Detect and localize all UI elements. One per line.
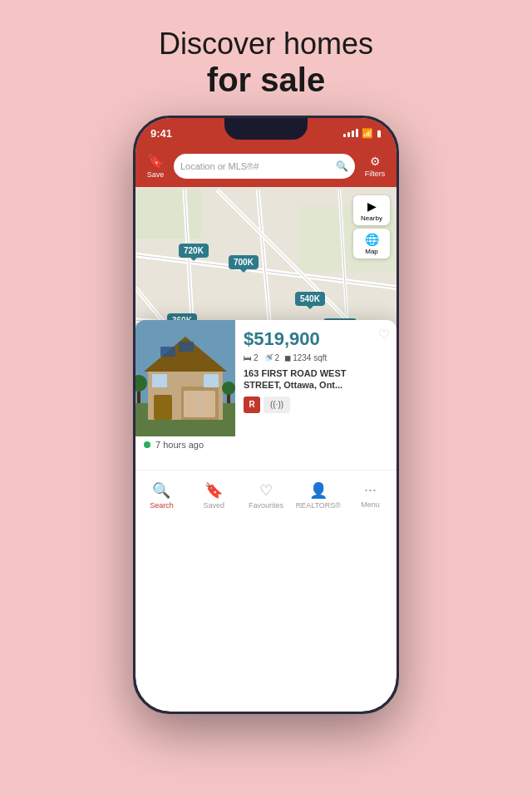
map-controls: ▶ Nearby 🌐 Map: [353, 195, 390, 259]
card-price: $519,900: [244, 328, 388, 350]
saved-nav-label: Saved: [203, 501, 224, 510]
bathrooms-detail: 🚿 2: [264, 353, 280, 362]
header-line1: Discover homes: [0, 27, 532, 62]
svg-point-33: [222, 382, 235, 395]
svg-rect-29: [204, 374, 219, 387]
status-icons: 📶 ▮: [343, 128, 382, 139]
card-details: 🛏 2 🚿 2 ◼ 1234 sqft: [244, 353, 388, 362]
area-icon: ◼: [284, 353, 291, 362]
sqft-value: 1234 sqft: [293, 353, 327, 362]
map-area[interactable]: 720K 700K 540K 360K 1.20M 685K 520K ▶ Ne…: [135, 187, 397, 470]
bed-icon: 🛏: [244, 353, 252, 362]
status-time: 9:41: [150, 127, 172, 140]
header-line2: for sale: [0, 62, 532, 99]
search-bar[interactable]: Location or MLS®# 🔍: [174, 154, 355, 179]
property-card[interactable]: ♡ $519,900 🛏 2 🚿 2: [135, 320, 397, 470]
card-badges: R ((·)): [244, 397, 388, 413]
phone-mockup: 9:41 📶 ▮ 🔖 Save Location or MLS®#: [133, 116, 399, 714]
bathroom-count: 2: [275, 353, 280, 362]
filters-icon: ⚙: [370, 155, 381, 168]
filters-button[interactable]: ⚙ Filters: [362, 155, 388, 178]
svg-rect-1: [135, 190, 201, 239]
map-label: Map: [365, 248, 378, 255]
map-view-button[interactable]: 🌐 Map: [353, 229, 390, 259]
search-icon[interactable]: 🔍: [336, 160, 348, 172]
wifi-icon: 📶: [362, 128, 373, 139]
saved-nav-icon: 🔖: [204, 481, 223, 500]
svg-rect-35: [179, 342, 194, 352]
page-header: Discover homes for sale: [0, 0, 532, 116]
globe-icon: 🌐: [365, 233, 379, 246]
save-label: Save: [147, 170, 165, 179]
svg-rect-28: [152, 374, 167, 387]
svg-rect-27: [154, 395, 172, 420]
online-indicator: [144, 441, 150, 448]
nav-saved[interactable]: 🔖 Saved: [188, 470, 240, 520]
nav-search[interactable]: 🔍 Search: [135, 470, 188, 520]
app-header: 🔖 Save Location or MLS®# 🔍 ⚙ Filters: [135, 148, 397, 187]
battery-icon: ▮: [377, 128, 382, 139]
card-content: ♡ $519,900 🛏 2 🚿 2: [235, 320, 397, 436]
nearby-icon: ▶: [367, 200, 377, 213]
signal-icon: [343, 129, 358, 137]
listing-badge: ((·)): [264, 397, 290, 413]
phone-screen: 9:41 📶 ▮ 🔖 Save Location or MLS®#: [135, 118, 397, 712]
notch: [224, 118, 308, 140]
favourites-nav-label: Favourites: [249, 501, 283, 510]
realtor-badge: R: [244, 397, 260, 413]
nav-realtors[interactable]: 👤 REALTORS®: [292, 470, 344, 520]
card-inner: ♡ $519,900 🛏 2 🚿 2: [135, 320, 397, 436]
time-ago: 7 hours ago: [155, 440, 204, 450]
bath-icon: 🚿: [264, 353, 273, 362]
price-pin-700k[interactable]: 700K: [229, 255, 259, 269]
bedrooms-detail: 🛏 2: [244, 353, 259, 362]
house-svg: [135, 320, 235, 436]
search-placeholder: Location or MLS®#: [180, 161, 332, 171]
search-nav-icon: 🔍: [152, 481, 170, 500]
address-line2: STREET, Ottawa, Ont...: [244, 380, 342, 390]
nearby-button[interactable]: ▶ Nearby: [353, 195, 390, 225]
status-bar: 9:41 📶 ▮: [135, 118, 397, 148]
realtors-nav-label: REALTORS®: [296, 501, 341, 510]
favourites-nav-icon: ♡: [259, 481, 273, 500]
nav-favourites[interactable]: ♡ Favourites: [240, 470, 293, 520]
sqft-detail: ◼ 1234 sqft: [284, 353, 327, 362]
property-image: [135, 320, 235, 436]
menu-nav-icon: ···: [364, 481, 377, 499]
price-pin-540k[interactable]: 540K: [295, 292, 325, 306]
save-button[interactable]: 🔖 Save: [144, 153, 167, 179]
svg-rect-34: [160, 347, 175, 357]
search-nav-label: Search: [150, 501, 174, 510]
menu-nav-label: Menu: [361, 500, 380, 509]
price-pin-720k[interactable]: 720K: [179, 244, 209, 258]
nav-menu[interactable]: ··· Menu: [344, 470, 397, 520]
nearby-label: Nearby: [361, 214, 382, 222]
realtors-nav-icon: 👤: [309, 481, 328, 500]
filters-label: Filters: [365, 170, 386, 178]
bedroom-count: 2: [254, 353, 259, 362]
bottom-nav: 🔍 Search 🔖 Saved ♡ Favourites 👤 REALTORS…: [135, 470, 397, 520]
address-line1: 163 FIRST ROAD WEST: [244, 368, 346, 378]
card-footer: 7 hours ago: [135, 436, 397, 456]
card-address: 163 FIRST ROAD WEST STREET, Ottawa, Ont.…: [244, 367, 388, 392]
bookmark-icon: 🔖: [147, 153, 164, 169]
favorite-icon[interactable]: ♡: [378, 327, 390, 342]
